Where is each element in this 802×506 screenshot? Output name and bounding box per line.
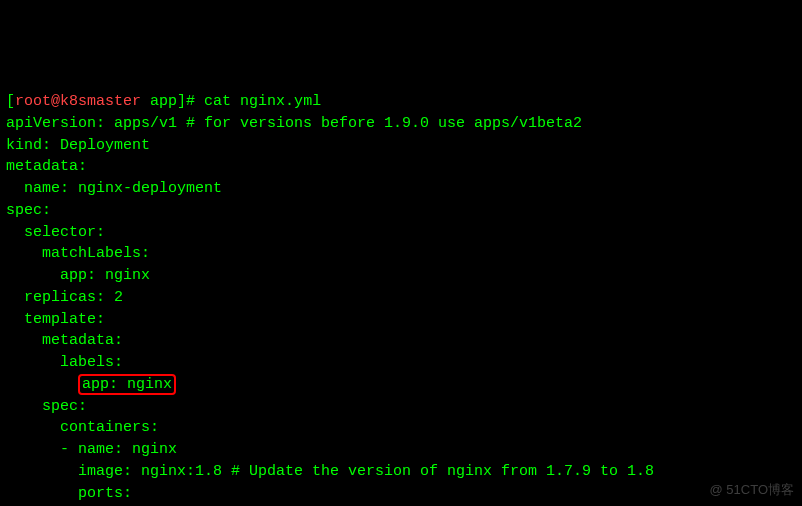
- yaml-metadata: metadata:: [6, 156, 796, 178]
- yaml-kind: kind: Deployment: [6, 135, 796, 157]
- yaml-indent: [6, 376, 78, 393]
- command-text: cat nginx.yml: [204, 93, 321, 110]
- shell-prompt: [root@k8smaster app]# cat nginx.yml: [6, 93, 321, 110]
- yaml-container-image: image: nginx:1.8 # Update the version of…: [6, 461, 796, 483]
- watermark: @ 51CTO博客: [710, 481, 794, 500]
- yaml-template-labels-app-row: app: nginx: [6, 374, 796, 396]
- prompt-hash: #: [186, 93, 204, 110]
- yaml-replicas: replicas: 2: [6, 287, 796, 309]
- yaml-selector: selector:: [6, 222, 796, 244]
- prompt-path: app: [150, 93, 177, 110]
- yaml-template-metadata: metadata:: [6, 330, 796, 352]
- yaml-template-spec: spec:: [6, 396, 796, 418]
- highlighted-label: app: nginx: [78, 374, 176, 395]
- yaml-spec: spec:: [6, 200, 796, 222]
- prompt-close-bracket: ]: [177, 93, 186, 110]
- yaml-containers: containers:: [6, 417, 796, 439]
- prompt-user-host: root@k8smaster: [15, 93, 141, 110]
- yaml-template: template:: [6, 309, 796, 331]
- yaml-metadata-name: name: nginx-deployment: [6, 178, 796, 200]
- yaml-matchlabels-app: app: nginx: [6, 265, 796, 287]
- yaml-template-labels: labels:: [6, 352, 796, 374]
- yaml-container-ports: ports:: [6, 483, 796, 505]
- yaml-matchlabels: matchLabels:: [6, 243, 796, 265]
- yaml-apiversion: apiVersion: apps/v1 # for versions befor…: [6, 113, 796, 135]
- prompt-open-bracket: [: [6, 93, 15, 110]
- yaml-container-name: - name: nginx: [6, 439, 796, 461]
